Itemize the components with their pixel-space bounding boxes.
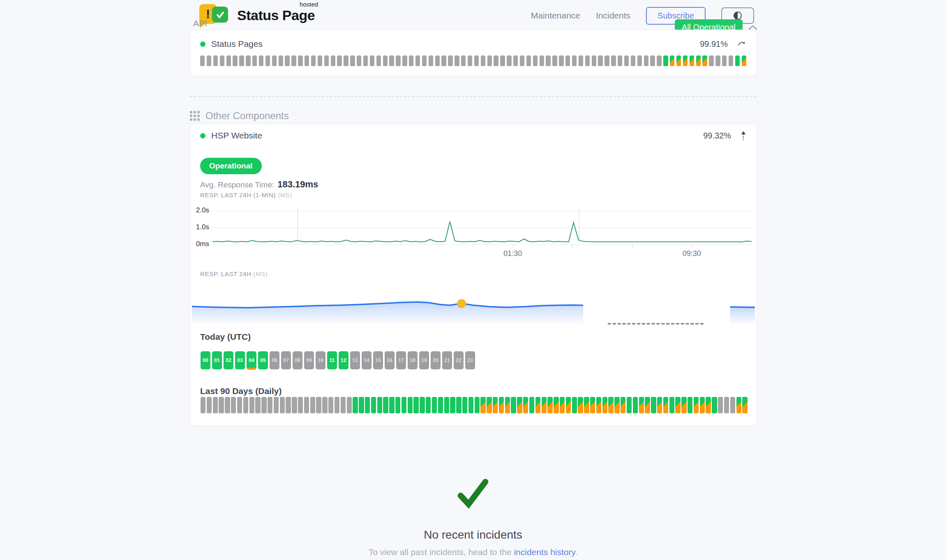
uptime-cell-no-data[interactable] bbox=[709, 55, 713, 66]
uptime-cell-no-data[interactable] bbox=[598, 55, 602, 66]
uptime-cell-no-data[interactable] bbox=[402, 55, 407, 66]
uptime-cell-no-data[interactable] bbox=[265, 55, 270, 66]
uptime-cell-degraded[interactable] bbox=[517, 397, 522, 413]
uptime-cell-degraded[interactable] bbox=[742, 55, 746, 66]
uptime-cell-no-data[interactable] bbox=[231, 397, 236, 413]
uptime-cell-operational[interactable] bbox=[365, 397, 370, 413]
brand-logo[interactable]: ! Status Pagehosted bbox=[199, 3, 315, 28]
uptime-cell-no-data[interactable] bbox=[344, 55, 348, 66]
uptime-cell-no-data[interactable] bbox=[468, 55, 472, 66]
uptime-cell-degraded[interactable] bbox=[694, 397, 699, 413]
uptime-cell-operational[interactable] bbox=[353, 397, 358, 413]
uptime-cell-no-data[interactable] bbox=[341, 397, 346, 413]
uptime-cell-no-data[interactable] bbox=[533, 55, 538, 66]
uptime-cell-no-data[interactable] bbox=[715, 55, 720, 66]
uptime-cell-no-data[interactable] bbox=[280, 397, 285, 413]
uptime-cell-no-data[interactable] bbox=[213, 397, 218, 413]
uptime-cell-no-data[interactable] bbox=[226, 55, 231, 66]
hour-block-09[interactable]: 09 bbox=[304, 351, 314, 369]
uptime-cell-no-data[interactable] bbox=[357, 55, 361, 66]
uptime-cell-no-data[interactable] bbox=[631, 55, 635, 66]
hour-block-17[interactable]: 17 bbox=[396, 351, 406, 369]
uptime-cell-degraded[interactable] bbox=[657, 397, 662, 413]
hour-block-23[interactable]: 23 bbox=[465, 351, 475, 369]
uptime-cell-operational[interactable] bbox=[511, 397, 516, 413]
uptime-cell-no-data[interactable] bbox=[237, 397, 242, 413]
uptime-cell-no-data[interactable] bbox=[347, 397, 352, 413]
uptime-cell-no-data[interactable] bbox=[335, 397, 339, 413]
uptime-cell-operational[interactable] bbox=[572, 397, 577, 413]
uptime-cell-no-data[interactable] bbox=[494, 55, 498, 66]
uptime-cell-operational[interactable] bbox=[475, 397, 480, 413]
uptime-cell-no-data[interactable] bbox=[286, 397, 291, 413]
uptime-cell-no-data[interactable] bbox=[637, 55, 642, 66]
hour-block-22[interactable]: 22 bbox=[454, 351, 464, 369]
uptime-cell-no-data[interactable] bbox=[415, 55, 420, 66]
uptime-cell-no-data[interactable] bbox=[322, 397, 327, 413]
uptime-cell-operational[interactable] bbox=[377, 397, 382, 413]
uptime-cell-no-data[interactable] bbox=[389, 55, 394, 66]
uptime-cell-no-data[interactable] bbox=[291, 55, 296, 66]
refresh-icon[interactable] bbox=[737, 39, 747, 49]
nav-incidents[interactable]: Incidents bbox=[596, 11, 630, 21]
uptime-cell-no-data[interactable] bbox=[481, 55, 485, 66]
uptime-cell-degraded[interactable] bbox=[523, 397, 528, 413]
hour-block-01[interactable]: 01 bbox=[212, 351, 222, 369]
uptime-cell-operational[interactable] bbox=[633, 397, 638, 413]
uptime-cell-no-data[interactable] bbox=[513, 55, 518, 66]
uptime-cell-no-data[interactable] bbox=[435, 55, 440, 66]
uptime-cell-no-data[interactable] bbox=[592, 55, 596, 66]
hour-block-10[interactable]: 10 bbox=[316, 351, 325, 369]
uptime-cell-degraded[interactable] bbox=[736, 397, 741, 413]
uptime-cell-no-data[interactable] bbox=[220, 55, 224, 66]
hour-block-12[interactable]: 12 bbox=[339, 351, 348, 369]
uptime-cell-no-data[interactable] bbox=[383, 55, 388, 66]
uptime-cell-degraded[interactable] bbox=[480, 397, 485, 413]
uptime-cell-operational[interactable] bbox=[371, 397, 376, 413]
uptime-cell-operational[interactable] bbox=[444, 397, 449, 413]
uptime-cell-degraded[interactable] bbox=[560, 397, 565, 413]
uptime-cell-no-data[interactable] bbox=[259, 55, 263, 66]
hour-block-20[interactable]: 20 bbox=[431, 351, 441, 369]
uptime-cell-degraded[interactable] bbox=[505, 397, 510, 413]
uptime-cell-operational[interactable] bbox=[432, 397, 437, 413]
uptime-cell-no-data[interactable] bbox=[376, 55, 381, 66]
uptime-cell-operational[interactable] bbox=[383, 397, 388, 413]
uptime-cell-no-data[interactable] bbox=[657, 55, 661, 66]
uptime-cell-operational[interactable] bbox=[426, 397, 431, 413]
uptime-cell-no-data[interactable] bbox=[429, 55, 433, 66]
uptime-cell-degraded[interactable] bbox=[499, 397, 504, 413]
uptime-cell-no-data[interactable] bbox=[370, 55, 374, 66]
hour-block-06[interactable]: 06 bbox=[270, 351, 279, 369]
uptime-cell-degraded[interactable] bbox=[690, 55, 694, 66]
uptime-cell-degraded[interactable] bbox=[681, 397, 686, 413]
uptime-cell-no-data[interactable] bbox=[540, 55, 544, 66]
uptime-cell-no-data[interactable] bbox=[455, 55, 459, 66]
hour-block-02[interactable]: 02 bbox=[224, 351, 233, 369]
uptime-cell-no-data[interactable] bbox=[507, 55, 511, 66]
uptime-cell-no-data[interactable] bbox=[298, 55, 302, 66]
uptime-cell-no-data[interactable] bbox=[487, 55, 492, 66]
uptime-cell-no-data[interactable] bbox=[585, 55, 590, 66]
uptime-cell-degraded[interactable] bbox=[614, 397, 619, 413]
uptime-cell-degraded[interactable] bbox=[670, 55, 674, 66]
incidents-history-link[interactable]: incidents history bbox=[514, 547, 575, 557]
uptime-cell-no-data[interactable] bbox=[546, 55, 550, 66]
uptime-cell-no-data[interactable] bbox=[318, 55, 322, 66]
hour-block-05[interactable]: 05 bbox=[258, 351, 268, 369]
uptime-cell-no-data[interactable] bbox=[298, 397, 303, 413]
nav-maintenance[interactable]: Maintenance bbox=[531, 11, 580, 21]
uptime-cell-no-data[interactable] bbox=[722, 55, 727, 66]
uptime-cell-no-data[interactable] bbox=[396, 55, 400, 66]
uptime-cell-degraded[interactable] bbox=[487, 397, 491, 413]
uptime-cell-no-data[interactable] bbox=[285, 55, 289, 66]
uptime-cell-operational[interactable] bbox=[529, 397, 534, 413]
uptime-cell-no-data[interactable] bbox=[559, 55, 563, 66]
uptime-cell-no-data[interactable] bbox=[331, 55, 335, 66]
hour-block-08[interactable]: 08 bbox=[293, 351, 302, 369]
uptime-cell-operational[interactable] bbox=[669, 397, 674, 413]
uptime-cell-no-data[interactable] bbox=[409, 55, 413, 66]
uptime-cell-operational[interactable] bbox=[395, 397, 400, 413]
uptime-cell-no-data[interactable] bbox=[207, 397, 212, 413]
hour-block-18[interactable]: 18 bbox=[408, 351, 418, 369]
